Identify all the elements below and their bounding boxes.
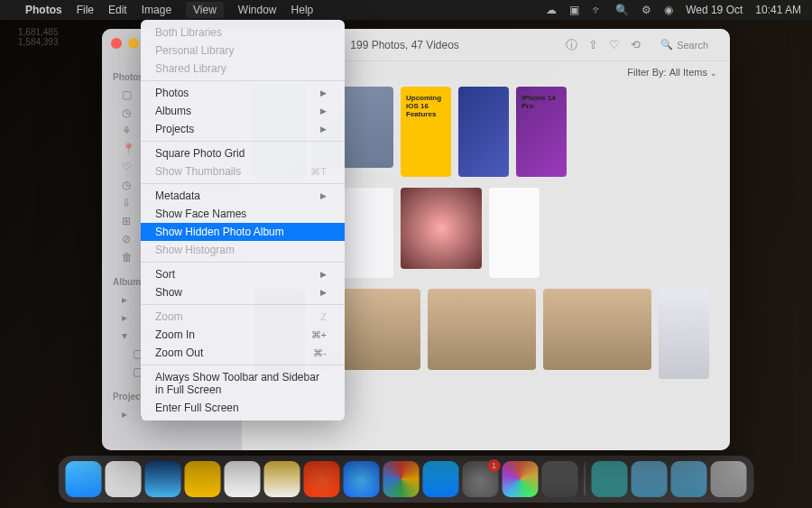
menu-help[interactable]: Help: [291, 4, 314, 16]
sidebar-item-icon: ⇩: [122, 197, 134, 209]
dock-things-icon[interactable]: [185, 461, 221, 497]
view-menu-item[interactable]: Show Hidden Photo Album: [141, 223, 345, 241]
view-menu-item: Shared Library: [141, 60, 345, 78]
menu-view[interactable]: View: [186, 2, 224, 18]
photo-thumbnail[interactable]: Upcoming iOS 16 Features: [401, 87, 451, 177]
sidebar-item-icon: ◷: [122, 179, 134, 191]
menu-item-label: Enter Full Screen: [155, 402, 239, 414]
dock-brave-icon[interactable]: [304, 461, 340, 497]
dock-settings-icon[interactable]: 1: [463, 461, 499, 497]
photo-thumbnail[interactable]: [543, 289, 651, 370]
menu-separator: [141, 183, 345, 184]
photo-thumbnail[interactable]: [343, 188, 393, 278]
display-icon[interactable]: ▣: [569, 4, 579, 16]
view-menu-item[interactable]: Enter Full Screen: [141, 399, 345, 417]
window-close-button[interactable]: [111, 38, 122, 49]
sidebar-item-icon: 📍: [122, 143, 134, 155]
view-menu-item[interactable]: Projects▶: [141, 120, 345, 138]
menu-file[interactable]: File: [77, 4, 94, 16]
view-menu-item: Personal Library: [141, 42, 345, 60]
menu-item-label: Sort: [155, 268, 175, 281]
menubar-date[interactable]: Wed 19 Oct: [686, 4, 743, 16]
dock-chrome-icon[interactable]: [383, 461, 420, 497]
view-menu-item[interactable]: Show Face Names: [141, 205, 345, 223]
favorite-icon[interactable]: ♡: [609, 38, 620, 51]
menu-image[interactable]: Image: [142, 4, 171, 16]
view-menu-item[interactable]: Show▶: [141, 283, 345, 301]
menu-item-label: Show: [155, 286, 182, 299]
menubar-time[interactable]: 10:41 AM: [755, 4, 801, 16]
view-menu-item[interactable]: Zoom Out⌘-: [141, 344, 345, 362]
view-menu-item[interactable]: Albums▶: [141, 102, 345, 120]
wifi-icon[interactable]: ᯤ: [592, 4, 603, 16]
menu-item-label: Always Show Toolbar and Sidebar in Full …: [155, 371, 327, 396]
chevron-right-icon: ▶: [320, 191, 327, 200]
dock-notes-icon[interactable]: [264, 461, 300, 497]
view-menu-item: ZoomZ: [141, 308, 345, 326]
view-menu-item[interactable]: Zoom In⌘+: [141, 326, 345, 344]
chevron-right-icon: ▶: [320, 88, 327, 97]
sidebar-item-icon: ▸: [122, 293, 134, 306]
menu-item-label: Metadata: [155, 189, 200, 202]
view-menu-item[interactable]: Always Show Toolbar and Sidebar in Full …: [141, 368, 345, 399]
rotate-icon[interactable]: ⟲: [631, 38, 641, 51]
app-name[interactable]: Photos: [25, 4, 62, 16]
menu-item-label: Photos: [155, 87, 189, 99]
menu-separator: [141, 141, 345, 142]
chevron-right-icon: ▶: [320, 125, 327, 134]
dock-folder-icon[interactable]: [632, 461, 668, 497]
search-field[interactable]: 🔍 Search: [651, 36, 717, 53]
background-text: 1,681,485 1,584,393: [18, 27, 59, 47]
view-menu-item: Show Thumbnails⌘T: [141, 162, 345, 180]
spotlight-icon[interactable]: 🔍: [615, 4, 629, 16]
sidebar-item-icon: ⚘: [122, 125, 134, 137]
view-menu-item[interactable]: Sort▶: [141, 265, 345, 283]
view-menu-item[interactable]: Square Photo Grid: [141, 144, 345, 162]
cloud-icon[interactable]: ☁: [546, 4, 557, 16]
dock-downloads-icon[interactable]: [592, 461, 628, 497]
dock-folder2-icon[interactable]: [671, 461, 707, 497]
sidebar-item-icon: ▢: [122, 88, 134, 101]
menu-item-label: Zoom Out: [155, 346, 203, 359]
dock-preview-icon[interactable]: [542, 461, 578, 497]
sidebar-item-icon: 🗑: [122, 251, 134, 263]
badge: 1: [488, 459, 501, 472]
chevron-right-icon: ▶: [320, 288, 327, 297]
photo-thumbnail[interactable]: iPhone 14 Pro: [516, 87, 567, 177]
menu-item-label: Show Thumbnails: [155, 165, 241, 178]
menu-shortcut: ⌘T: [310, 166, 327, 178]
dock-launchpad-icon[interactable]: [106, 461, 142, 497]
menu-item-label: Zoom: [155, 310, 183, 323]
share-icon[interactable]: ⇧: [588, 38, 598, 51]
photo-thumbnail[interactable]: [458, 87, 509, 177]
window-minimize-button[interactable]: [128, 38, 139, 49]
dock-photos-icon[interactable]: [503, 461, 539, 497]
dock-finder-icon[interactable]: [66, 461, 102, 497]
control-center-icon[interactable]: ⚙: [641, 4, 651, 16]
sidebar-item-icon: ♡: [122, 161, 134, 173]
menu-item-label: Personal Library: [155, 44, 234, 57]
menu-item-label: Show Face Names: [155, 208, 246, 220]
dock-appstore-icon[interactable]: [423, 461, 459, 497]
dock-reminders-icon[interactable]: [225, 461, 261, 497]
dock: 1: [59, 456, 754, 503]
menu-separator: [141, 262, 345, 263]
info-icon[interactable]: ⓘ: [566, 37, 577, 53]
dock-separator: [585, 463, 586, 495]
photo-thumbnail[interactable]: [428, 289, 536, 370]
menu-edit[interactable]: Edit: [108, 4, 127, 16]
menu-window[interactable]: Window: [238, 4, 277, 16]
photo-thumbnail[interactable]: [489, 188, 540, 278]
view-menu-item[interactable]: Metadata▶: [141, 187, 345, 205]
sidebar-item-icon: ▸: [122, 311, 134, 324]
photo-thumbnail[interactable]: [659, 289, 709, 379]
view-menu-item[interactable]: Photos▶: [141, 84, 345, 102]
siri-icon[interactable]: ◉: [664, 4, 673, 16]
dock-siri-icon[interactable]: [145, 461, 181, 497]
photo-thumbnail[interactable]: [401, 188, 482, 269]
dock-safari-icon[interactable]: [344, 461, 380, 497]
menu-item-label: Projects: [155, 123, 194, 135]
dock-trash-icon[interactable]: [711, 461, 747, 497]
sidebar-item-icon: ▾: [122, 329, 134, 342]
view-menu-item: Show Histogram: [141, 241, 345, 259]
